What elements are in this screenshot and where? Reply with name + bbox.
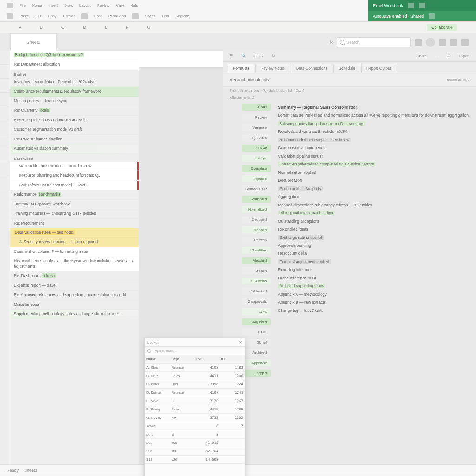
col-header[interactable]: F — [126, 25, 129, 30]
detail-tab[interactable]: Formulas — [228, 64, 254, 73]
tag-chip[interactable]: Q3-2024 — [242, 134, 271, 141]
help-icon[interactable] — [461, 39, 469, 46]
tag-chip[interactable]: Logged — [242, 370, 271, 377]
col-header[interactable]: B — [40, 25, 43, 30]
list-item[interactable]: Re: Archived references and supporting d… — [10, 291, 139, 300]
ribbon-tab[interactable]: Help — [130, 3, 138, 7]
popup-row[interactable]: D. KumarFinance41071241 — [145, 389, 245, 397]
font-icon[interactable] — [81, 13, 88, 19]
popup-row[interactable]: C. PatelOps39981224 — [145, 380, 245, 389]
popup-row[interactable]: 39240541,918 — [145, 439, 245, 447]
list-item[interactable]: Comment on column F — formatting issue — [10, 247, 139, 257]
tag-chip[interactable]: Variance — [242, 124, 271, 131]
detail-tab[interactable]: Schedule — [333, 64, 360, 73]
col-header[interactable]: D — [83, 25, 86, 30]
collaborate-tab[interactable]: Collaborate — [427, 24, 457, 31]
refresh-icon[interactable]: ↻ — [272, 54, 275, 58]
list-item[interactable]: Inventory_reconciliation_December_2024.x… — [10, 78, 139, 87]
tag-chip[interactable]: 3 open — [242, 267, 271, 274]
col-header[interactable]: C — [61, 25, 65, 30]
list-item[interactable]: Budget_forecast_Q3_final_revision_v2 — [10, 51, 139, 60]
list-item[interactable]: Re: Department allocation — [10, 60, 139, 69]
list-item[interactable]: Stakeholder presentation — board review — [10, 162, 139, 171]
tag-chip[interactable]: Validated — [242, 196, 271, 203]
ribbon-cmd[interactable]: Styles — [145, 14, 155, 18]
popup-header-cell[interactable]: Name — [146, 357, 169, 361]
list-item[interactable]: Meeting notes — finance sync — [10, 97, 139, 106]
list-item[interactable]: Revenue projections and market analysis — [10, 116, 139, 125]
ribbon-tab[interactable]: Layout — [79, 3, 91, 7]
tag-chip[interactable]: Mapped — [242, 226, 271, 233]
list-item[interactable]: Customer segmentation model v3 draft — [10, 125, 139, 134]
detail-tab[interactable]: Report Output — [361, 64, 396, 73]
ribbon-cmd[interactable]: Paste — [20, 14, 29, 18]
tag-chip[interactable]: ±0.01 — [242, 329, 271, 336]
ribbon-tab[interactable]: Home — [32, 3, 42, 7]
ribbon-tab[interactable]: Draw — [64, 3, 73, 7]
ribbon-cmd[interactable]: Find — [162, 14, 169, 18]
list-item[interactable]: Fwd: Infrastructure cost model — AWS — [10, 181, 139, 190]
tag-chip[interactable]: Archived — [242, 349, 271, 356]
popup-row[interactable]: Totals87 — [145, 422, 245, 430]
menu-icon[interactable]: ☰ — [230, 54, 233, 58]
styles-icon[interactable] — [132, 13, 139, 19]
settings-icon[interactable] — [450, 39, 457, 46]
popup-row[interactable]: A. ChenFinance41021183 — [145, 364, 245, 372]
popup-row[interactable]: pg 1of3 — [145, 430, 245, 439]
popup-row[interactable]: G. NovakHR37331302 — [145, 414, 245, 422]
tag-chip[interactable]: Adjusted — [242, 318, 271, 325]
list-item[interactable]: Miscellaneous — [10, 300, 139, 310]
list-item[interactable]: ⚠ Security review pending — action requi… — [10, 238, 139, 247]
tag-chip[interactable]: Source: ERP — [242, 185, 271, 192]
filter-icon[interactable] — [415, 39, 422, 46]
tag-chip[interactable]: Deduped — [242, 216, 271, 223]
ribbon-tab[interactable]: View — [116, 3, 124, 7]
list-item[interactable]: Supplementary methodology notes and appe… — [10, 310, 139, 319]
detail-tab[interactable]: Review Notes — [255, 64, 290, 73]
popup-row[interactable]: B. OrtizSales44111206 — [145, 372, 245, 380]
tag-chip[interactable]: Pipeline — [242, 175, 271, 182]
ribbon-tab[interactable]: File — [20, 3, 26, 7]
sheet-tab[interactable]: Sheet1 — [10, 33, 57, 51]
popup-header-cell[interactable]: Ext — [196, 357, 218, 361]
tag-chip[interactable]: Complete — [242, 165, 271, 172]
list-item[interactable]: Automated validation summary — [10, 144, 139, 153]
list-item[interactable]: Expense report — travel — [10, 281, 139, 291]
more-icon[interactable]: ⋯ — [435, 54, 439, 58]
ribbon-tab[interactable]: Insert — [48, 3, 58, 7]
lookup-popup[interactable]: Lookup ✕ Type to filter… NameDeptExtIDA.… — [144, 338, 245, 476]
popup-row[interactable]: E. SilvaIT31201267 — [145, 397, 245, 405]
popup-row[interactable]: F. ZhangSales44191289 — [145, 405, 245, 414]
close-icon[interactable]: ✕ — [239, 340, 242, 344]
tag-chip[interactable]: 12 entities — [242, 247, 271, 254]
autosave-icon[interactable] — [408, 3, 414, 8]
tag-chip[interactable]: GL-ref — [242, 339, 271, 346]
ribbon-cmd[interactable]: Font — [94, 14, 102, 18]
popup-header-cell[interactable]: ID — [221, 357, 244, 361]
list-item[interactable]: Compliance requirements & regulatory fra… — [10, 87, 139, 96]
list-item[interactable]: Re: Product launch timeline — [10, 135, 139, 144]
ribbon-cmd[interactable]: Paragraph — [108, 14, 126, 18]
tag-chip[interactable]: Review — [242, 114, 271, 121]
tag-chip[interactable]: Refresh — [242, 237, 271, 244]
sync-icon[interactable] — [429, 13, 435, 19]
tag-chip[interactable]: Matched — [242, 257, 271, 264]
share-icon[interactable] — [419, 3, 425, 8]
attachment-icon[interactable]: 📎 — [241, 54, 246, 58]
tag-chip[interactable]: 114 items — [242, 278, 271, 284]
popup-search-input[interactable]: Type to filter… — [153, 349, 177, 353]
list-item[interactable]: Training materials — onboarding & HR pol… — [10, 209, 139, 218]
popup-row[interactable]: 29630832,704 — [145, 447, 245, 456]
popup-header-cell[interactable]: Dept — [172, 357, 194, 361]
col-header[interactable]: A — [19, 25, 21, 30]
list-item[interactable]: Re: Procurement — [10, 219, 139, 228]
export-button[interactable]: Export — [459, 54, 469, 58]
paste-icon[interactable] — [7, 13, 13, 19]
list-item[interactable]: Data validation rules — see notes — [10, 228, 139, 238]
tag-chip[interactable]: Ledger — [242, 155, 271, 162]
list-item[interactable]: Re: Dashboard refresh — [10, 271, 139, 281]
tag-chip[interactable]: 116.4k — [242, 145, 271, 152]
ribbon-tab[interactable]: Review — [97, 3, 109, 7]
avatar[interactable] — [426, 38, 435, 47]
ribbon-cmd[interactable]: Copy — [48, 14, 57, 18]
